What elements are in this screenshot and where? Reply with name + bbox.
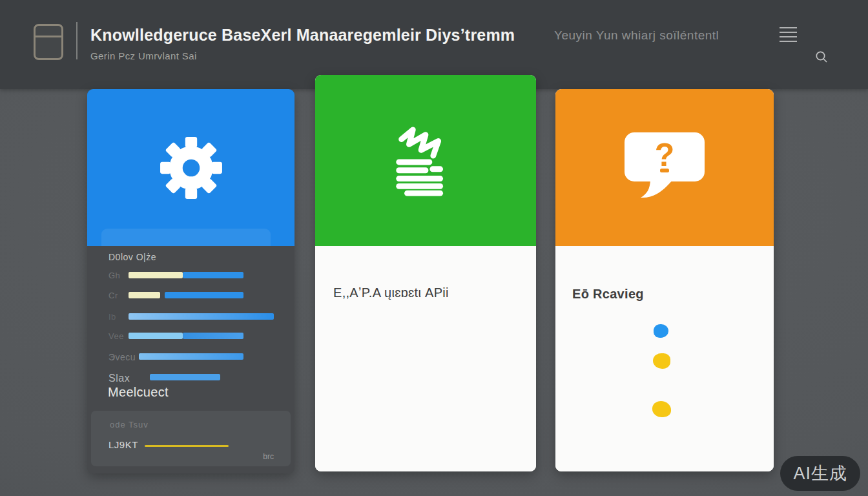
panel-yellow-line [145, 445, 229, 447]
stat-bar [129, 333, 243, 339]
stat-label: Slax [108, 373, 130, 384]
stat-row: Slax [87, 374, 294, 382]
stat-label: Cr [108, 291, 118, 300]
stat-bar-segment [183, 333, 243, 339]
stat-bar [150, 374, 220, 380]
book-logo-icon [34, 24, 63, 60]
page-title: Knowlledgeruce BaseXerl Manaaregemleir D… [90, 26, 515, 45]
stat-bar-segment [150, 374, 220, 380]
stats-list-title: D0lov O|że [108, 252, 156, 262]
stat-row: Cr [87, 292, 294, 300]
search-icon[interactable] [815, 50, 828, 63]
stat-label: Gh [108, 271, 120, 280]
panel-caption: ode Tsuv [110, 420, 149, 429]
stat-row: Ib [87, 313, 294, 321]
stat-bar-segment [129, 292, 160, 298]
stat-label: Vee [108, 331, 124, 341]
stat-bar-segment [183, 272, 243, 278]
docs-card-body [315, 246, 536, 471]
stats-card-header [87, 89, 294, 246]
stat-row: Эvecu [87, 353, 294, 361]
app-root: Knowlledgeruce BaseXerl Manaaregemleir D… [0, 0, 868, 496]
stat-bar [139, 353, 243, 360]
stat-bar-segment [129, 313, 274, 320]
panel-note: brc [263, 452, 274, 461]
stat-bar [129, 292, 243, 298]
docs-card-title: E,,AʼP.A ųιɛɒɛtι APii [333, 285, 449, 300]
gear-icon [158, 135, 224, 201]
header-user-text: Yeuyin Yun whiarj soïléntentl [554, 28, 719, 43]
stats-bottom-panel: ode Tsuv LJ9KT brc [91, 411, 291, 466]
ai-watermark-label: AI生成 [793, 462, 847, 485]
docs-card[interactable]: E,,AʼP.A ųιɛɒɛtι APii [315, 75, 536, 471]
stats-card[interactable]: D0lov O|że GhCrIbVeeЭvecuSlax Meelcuect … [87, 89, 294, 473]
stat-label: Ib [108, 312, 116, 322]
stat-bar [129, 313, 274, 320]
question-bubble-icon: ? [619, 130, 710, 206]
page-subtitle: Gerin Pcz Umrvlant Sai [90, 50, 197, 61]
docs-card-header [315, 75, 536, 246]
stat-row: Vee [87, 333, 294, 340]
hamburger-menu-icon[interactable] [780, 27, 798, 43]
stat-bar-segment [129, 272, 183, 278]
stat-row: Gh [87, 272, 294, 280]
svg-text:?: ? [655, 137, 675, 173]
yellow-blob-icon [653, 353, 670, 369]
stat-label: Эvecu [108, 352, 136, 362]
panel-value: LJ9KT [108, 439, 138, 450]
ai-watermark-badge: AI生成 [780, 456, 860, 491]
stat-bar-segment [165, 292, 243, 298]
stat-bar-segment [139, 353, 243, 360]
stat-bar-segment [129, 333, 183, 339]
faq-card[interactable]: ? Eō Rcavieg [555, 89, 774, 471]
document-lines-icon [388, 123, 464, 199]
yellow-blob-icon [652, 401, 671, 417]
stats-footer-title: Meelcuect [108, 385, 169, 400]
header-tab-shape [101, 229, 271, 246]
faq-card-header: ? [555, 89, 774, 246]
header-divider [76, 22, 78, 59]
stat-bar [129, 272, 243, 278]
faq-card-title: Eō Rcavieg [572, 287, 644, 302]
